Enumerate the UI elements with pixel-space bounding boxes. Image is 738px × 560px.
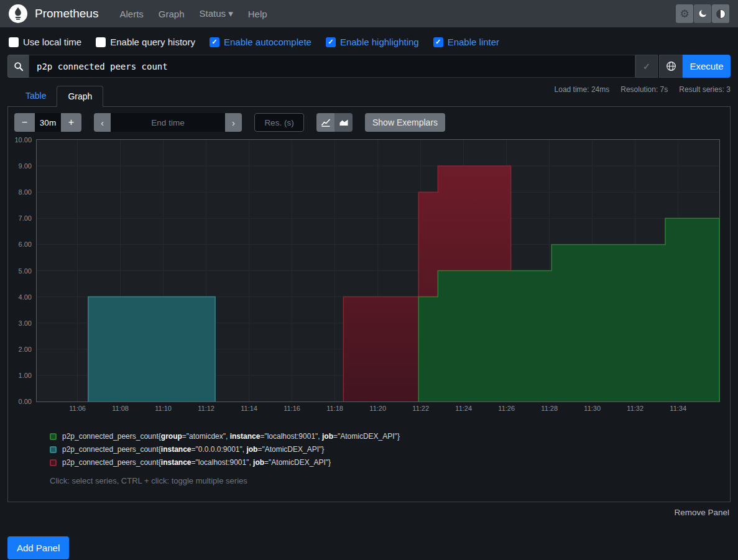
chart-area: 0.001.002.003.004.005.006.007.008.009.00… [8,139,717,402]
prometheus-logo-icon [9,4,27,23]
x-tick-label: 11:08 [112,405,129,412]
option-label: Enable linter [448,37,499,47]
option-enable-highlighting[interactable]: ✓Enable highlighting [326,37,419,47]
checkbox[interactable] [9,37,19,47]
chart-type-toggle [316,113,353,132]
x-tick-label: 11:24 [455,405,472,412]
gear-icon: ⚙ [680,9,689,19]
nav-links: AlertsGraphStatus ▾Help [112,8,274,19]
decrease-duration-button[interactable]: − [14,113,35,132]
y-tick-label: 1.00 [19,372,32,379]
options-row: Use local timeEnable query history✓Enabl… [0,27,738,55]
meta-row: Load time: 24ms Resolution: 7s Result se… [7,83,731,106]
legend-hint: Click: select series, CTRL + click: togg… [50,476,730,485]
x-tick-label: 11:10 [155,405,172,412]
execute-button[interactable]: Execute [683,55,731,78]
nav-link-graph[interactable]: Graph [151,9,192,19]
plot-frame [36,139,720,402]
y-tick-label: 5.00 [19,267,32,275]
remove-panel-link[interactable]: Remove Panel [674,508,729,517]
x-tick-label: 11:18 [326,405,343,412]
query-stats: Load time: 24ms Resolution: 7s Result se… [555,85,731,94]
y-tick-label: 10.00 [14,136,32,144]
query-bar: ✓ Execute [7,55,731,78]
nav-link-help[interactable]: Help [241,9,275,19]
metrics-explorer-globe-icon[interactable] [659,55,683,78]
x-tick-label: 11:34 [670,405,686,412]
increase-duration-button[interactable]: + [61,113,81,132]
nav-link-alerts[interactable]: Alerts [112,9,150,19]
settings-button[interactable]: ⚙ [676,4,693,23]
back-time-chevron-button[interactable]: ‹ [94,113,111,132]
checkbox[interactable]: ✓ [326,37,336,47]
y-tick-label: 3.00 [19,319,32,327]
series-area-1 [88,297,215,402]
brand-title[interactable]: Prometheus [35,7,98,21]
add-panel-button[interactable]: Add Panel [7,536,69,559]
tab-bar: TableGraph [15,86,103,107]
option-enable-query-history[interactable]: Enable query history [96,37,195,47]
option-label: Enable highlighting [340,37,419,47]
resolution-input[interactable] [254,113,304,132]
legend-item[interactable]: p2p_connected_peers_count{group="atomicd… [50,432,730,441]
y-tick-label: 4.00 [19,293,32,301]
y-tick-label: 7.00 [19,214,32,222]
stacked-chart-icon[interactable] [334,113,353,132]
y-tick-label: 9.00 [19,162,32,170]
x-axis: 11:0611:0811:1011:1211:1411:1611:1811:20… [37,405,717,416]
result-series: Result series: 3 [679,85,731,94]
x-tick-label: 11:20 [369,405,386,412]
option-enable-linter[interactable]: ✓Enable linter [433,37,499,47]
x-tick-label: 11:22 [412,405,429,412]
series-swatch-icon [50,433,57,440]
option-use-local-time[interactable]: Use local time [9,37,81,47]
tab-table[interactable]: Table [15,86,57,107]
half-contrast-icon [716,9,726,19]
theme-button-group: ⚙ [675,4,729,23]
checkbox[interactable]: ✓ [433,37,443,47]
x-tick-label: 11:28 [541,405,558,412]
graph-controls: − + ‹ › Show Exemplars [14,113,724,132]
checkbox[interactable]: ✓ [210,37,219,47]
query-input[interactable] [29,55,635,78]
series-label: p2p_connected_peers_count{instance="loca… [62,458,331,467]
x-tick-label: 11:16 [284,405,300,412]
x-tick-label: 11:12 [198,405,214,412]
x-tick-label: 11:32 [627,405,643,412]
forward-time-chevron-button[interactable]: › [225,113,242,132]
series-legend: p2p_connected_peers_count{group="atomicd… [50,432,730,467]
line-chart-icon[interactable] [316,113,334,132]
show-exemplars-button[interactable]: Show Exemplars [365,113,445,132]
tab-graph[interactable]: Graph [57,86,103,107]
y-tick-label: 6.00 [19,241,32,248]
dark-theme-button[interactable] [694,4,711,23]
time-navigation-control: ‹ › [94,113,242,132]
graph-canvas[interactable] [37,140,719,402]
option-label: Use local time [23,37,81,47]
legend-item[interactable]: p2p_connected_peers_count{instance="0.0.… [50,445,730,454]
nav-link-status[interactable]: Status ▾ [192,8,241,19]
load-time: Load time: 24ms [555,85,610,94]
series-swatch-icon [50,446,57,453]
auto-theme-button[interactable] [712,4,729,23]
checkbox[interactable] [96,37,106,47]
resolution: Resolution: 7s [620,85,668,94]
series-label: p2p_connected_peers_count{instance="0.0.… [62,445,324,454]
option-label: Enable autocomplete [224,37,311,47]
duration-input[interactable] [35,113,61,132]
end-time-input[interactable] [111,113,225,132]
legend-item[interactable]: p2p_connected_peers_count{instance="loca… [50,458,730,467]
moon-icon [698,9,708,19]
y-tick-label: 8.00 [19,188,32,196]
search-icon [7,55,29,78]
x-tick-label: 11:26 [498,405,515,412]
y-tick-label: 2.00 [19,346,32,353]
x-tick-label: 11:06 [69,405,86,412]
graph-panel: − + ‹ › Show Exemplars 0.0 [7,106,731,502]
series-swatch-icon [50,459,57,466]
y-axis: 0.001.002.003.004.005.006.007.008.009.00… [8,139,36,402]
series-label: p2p_connected_peers_count{group="atomicd… [62,432,400,441]
x-tick-label: 11:14 [241,405,257,412]
query-valid-check-icon[interactable]: ✓ [635,55,658,78]
option-enable-autocomplete[interactable]: ✓Enable autocomplete [210,37,311,47]
